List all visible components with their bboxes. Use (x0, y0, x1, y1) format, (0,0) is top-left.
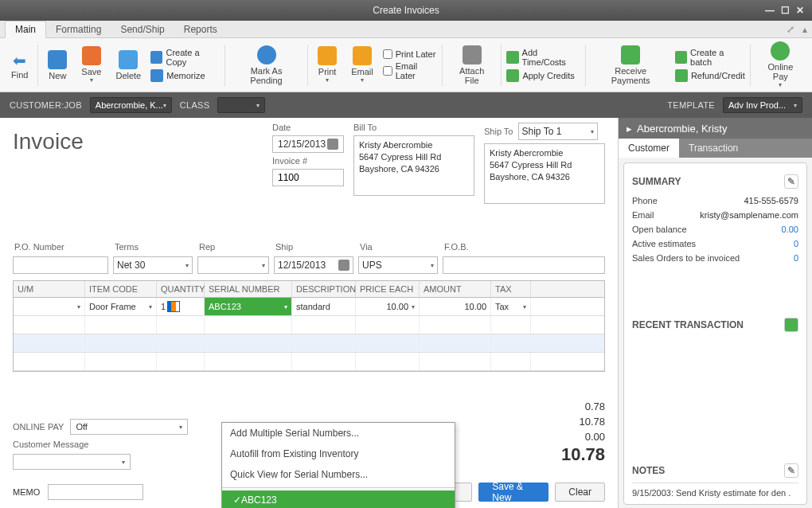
tab-transaction[interactable]: Transaction (679, 139, 748, 158)
summary-label: SUMMARY (632, 176, 681, 187)
template-select[interactable]: Adv Inv Prod...▾ (723, 97, 802, 113)
receive-payments-button[interactable]: Receive Payments (591, 44, 670, 87)
po-label: P.O. Number (13, 242, 108, 252)
expand-icon[interactable]: ⤢ (787, 24, 794, 35)
tax-cell[interactable]: Tax▾ (491, 298, 531, 315)
autofill-serials[interactable]: Autofill from Existing Inventory (222, 444, 455, 464)
payments-applied: 0.00 (561, 429, 605, 444)
calendar-icon[interactable] (327, 139, 338, 150)
print-later-checkbox[interactable]: Print Later (383, 49, 437, 59)
barcode-icon[interactable] (167, 301, 180, 312)
serial-number-dropdown: Add Multiple Serial Numbers... Autofill … (221, 422, 455, 508)
online-pay-select[interactable]: Off▾ (70, 419, 188, 435)
totals-block: 0.78 10.78 0.00 10.78 (561, 399, 605, 465)
rep-select[interactable]: ▾ (197, 256, 269, 274)
email-later-checkbox[interactable]: Email Later (383, 61, 437, 80)
customer-message-select[interactable]: ▾ (13, 454, 131, 470)
line-items-table: U/M ITEM CODE QUANTITY SERIAL NUMBER DES… (13, 280, 605, 372)
tab-reports[interactable]: Reports (174, 21, 227, 37)
active-estimates-value[interactable]: 0 (794, 239, 798, 248)
window-titlebar: Create Invoices — ☐ ✕ (0, 0, 812, 21)
price-cell[interactable]: 10.00▾ (356, 298, 420, 315)
clear-button[interactable]: Clear (555, 483, 605, 502)
quantity-cell[interactable]: 1 (157, 298, 205, 315)
add-time-costs-button[interactable]: Add Time/Costs (506, 48, 580, 67)
minimize-icon[interactable]: — (765, 5, 775, 16)
save-button[interactable]: Save▾ (76, 45, 106, 85)
sales-orders-label: Sales Orders to be invoiced (632, 253, 740, 263)
email-label: Email (632, 210, 654, 220)
notes-text: 9/15/2003: Send Kristy estimate for den … (632, 483, 798, 498)
via-select[interactable]: UPS▾ (358, 256, 438, 274)
sales-orders-value[interactable]: 0 (794, 253, 798, 263)
delete-button[interactable]: Delete (111, 49, 146, 82)
serial-option[interactable]: ✓ABC123 (222, 490, 455, 508)
notes-label: NOTES (632, 465, 665, 476)
save-new-button[interactable]: Save & New (478, 483, 548, 502)
total: 10.78 (561, 414, 605, 429)
mark-pending-button[interactable]: Mark As Pending (230, 44, 303, 87)
chevron-right-icon: ▸ (627, 123, 632, 135)
recent-transaction-icon[interactable] (784, 318, 798, 332)
po-input[interactable] (13, 256, 108, 274)
online-pay-button[interactable]: Online Pay▾ (755, 40, 806, 90)
customer-job-select[interactable]: Abercrombie, K...▾ (90, 97, 172, 113)
um-cell[interactable]: ▾ (14, 298, 85, 315)
email-button[interactable]: Email▾ (346, 45, 378, 85)
new-button[interactable]: New (43, 49, 72, 82)
item-code-cell[interactable]: Door Frame▾ (85, 298, 157, 315)
amount-cell[interactable]: 10.00 (420, 298, 491, 315)
collapse-ribbon-icon[interactable]: ▴ (802, 24, 807, 35)
quick-view-serials[interactable]: Quick View for Serial Numbers... (222, 464, 455, 485)
print-button[interactable]: Print▾ (313, 45, 342, 85)
customer-message-label: Customer Message (13, 440, 188, 449)
memorize-button[interactable]: Memorize (150, 69, 220, 82)
phone-value: 415-555-6579 (744, 196, 798, 205)
ship-date-input[interactable]: 12/15/2013 (274, 256, 353, 274)
edit-icon[interactable]: ✎ (784, 463, 798, 478)
apply-credits-button[interactable]: Apply Credits (506, 69, 580, 82)
fob-input[interactable] (443, 256, 605, 274)
ship-to-select[interactable]: Ship To 1▾ (518, 123, 598, 140)
tab-sendship[interactable]: Send/Ship (111, 21, 174, 37)
col-um: U/M (14, 281, 85, 297)
class-label: CLASS (180, 100, 210, 110)
email-value: kristy@samplename.com (700, 210, 798, 220)
serial-cell[interactable]: ABC123▾ (205, 298, 292, 315)
ribbon-toolbar: ⬅ Find New Save▾ Delete Create a Copy Me… (0, 38, 812, 92)
table-row[interactable] (14, 353, 604, 371)
tab-customer[interactable]: Customer (619, 139, 679, 158)
invoice-no-input[interactable] (272, 169, 344, 186)
description-cell[interactable]: standard (292, 298, 356, 315)
find-button[interactable]: ⬅ Find (6, 49, 33, 81)
add-multiple-serials[interactable]: Add Multiple Serial Numbers... (222, 423, 455, 444)
template-label: TEMPLATE (667, 100, 715, 110)
bill-to-textarea[interactable]: Kristy Abercrombie 5647 Cypress Hill Rd … (353, 135, 474, 196)
table-row[interactable] (14, 334, 604, 353)
create-copy-button[interactable]: Create a Copy (150, 48, 220, 67)
attach-file-button[interactable]: Attach File (447, 44, 497, 87)
maximize-icon[interactable]: ☐ (781, 5, 790, 16)
edit-icon[interactable]: ✎ (784, 174, 798, 189)
tax-amount: 0.78 (561, 399, 605, 414)
rep-label: Rep (197, 242, 269, 252)
tab-formatting[interactable]: Formatting (46, 21, 111, 37)
open-balance-value[interactable]: 0.00 (782, 225, 798, 234)
close-icon[interactable]: ✕ (796, 5, 804, 16)
class-select[interactable]: ▾ (217, 97, 265, 113)
refund-credit-button[interactable]: Refund/Credit (675, 69, 745, 82)
balance-due: 10.78 (561, 444, 605, 465)
customer-panel-header[interactable]: ▸ Abercrombie, Kristy (619, 118, 812, 139)
calendar-icon[interactable] (338, 260, 349, 271)
ship-to-label: Ship To (484, 127, 513, 136)
terms-select[interactable]: Net 30▾ (113, 256, 193, 274)
date-input[interactable]: 12/15/2013 (272, 135, 344, 153)
ship-to-textarea[interactable]: Kristy Abercrombie 5647 Cypress Hill Rd … (484, 143, 605, 204)
table-row[interactable]: ▾ Door Frame▾ 1 ABC123▾ standard 10.00▾ … (14, 298, 604, 316)
memo-input[interactable] (48, 484, 143, 500)
tab-main[interactable]: Main (5, 21, 46, 38)
table-row[interactable] (14, 316, 604, 334)
bill-to-label: Bill To (353, 123, 474, 132)
create-batch-button[interactable]: Create a batch (675, 48, 745, 67)
col-item-code: ITEM CODE (85, 281, 157, 297)
